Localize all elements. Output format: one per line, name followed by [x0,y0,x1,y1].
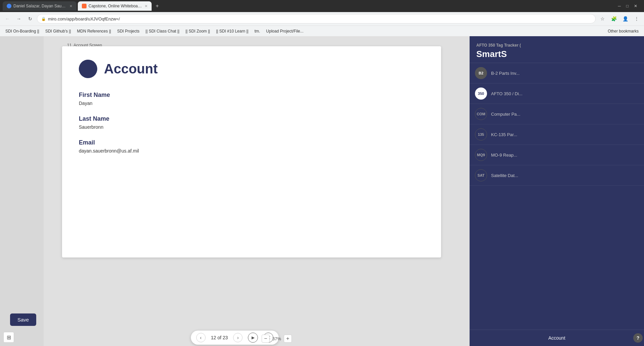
bookmark-label: SDI On-Boarding || [5,29,39,34]
zoom-value: 37% [272,336,281,341]
account-card: Account First Name Dayan Last Name Sauer… [62,46,441,257]
bookmark-label: MDN References || [77,29,111,34]
window-controls: ─ □ ✕ [616,3,641,9]
right-panel-header: AFTO 350 Tag Tracker ( SmartS [470,36,644,63]
email-field: Email dayan.sauerbronn@us.af.mil [79,139,424,154]
last-name-value: Sauerbronn [79,124,424,130]
close-window-button[interactable]: ✕ [633,3,639,9]
panel-item-350-text: AFTO 350 / Di... [491,91,523,96]
profile-button[interactable]: 👤 [621,14,630,23]
bookmark-label: || SDI Zoom || [185,29,210,34]
help-button[interactable]: ? [633,333,643,343]
bookmark-zoom[interactable]: || SDI Zoom || [183,28,213,34]
menu-button[interactable]: ⋮ [632,14,641,23]
panel-items-list: B2 B-2 Parts Inv... 350 AFTO 350 / Di...… [470,63,644,186]
extensions-button[interactable]: 🧩 [609,14,619,23]
save-button[interactable]: Save [10,313,36,326]
address-bar-row: ← → ↻ 🔒 miro.com/app/board/uXJVOqfEnzw=/… [0,12,644,25]
bookmark-sdi-github[interactable]: SDI Github's || [43,28,74,34]
bookmark-class-chat[interactable]: || SDI Class Chat || [143,28,182,34]
zoom-controls: − 37% + [262,335,292,343]
badge-b2: B2 [475,67,487,79]
right-panel-footer: Account [470,330,644,346]
play-button[interactable]: ▶ [248,333,258,343]
canvas-area[interactable]: 11. Account Screen Account First Name Da… [0,36,470,346]
last-name-label: Last Name [79,115,424,122]
bookmark-label: || SDI #10 Learn || [216,29,249,34]
badge-350: 350 [475,88,487,100]
bookmark-label: tm. [255,29,260,34]
panel-item-350[interactable]: 350 AFTO 350 / Di... [470,83,644,104]
new-tab-button[interactable]: + [153,3,161,9]
account-avatar [79,60,97,78]
bookmark-sdi-onboarding[interactable]: SDI On-Boarding || [3,28,42,34]
panel-item-com[interactable]: COM Computer Pa... [470,104,644,124]
last-name-field: Last Name Sauerbronn [79,115,424,130]
next-page-button[interactable]: › [233,333,243,342]
panel-item-sat[interactable]: SAT Satellite Dat... [470,165,644,186]
address-bar[interactable]: 🔒 miro.com/app/board/uXJVOqfEnzw=/ [37,14,596,23]
main-area: 11. Account Screen Account First Name Da… [0,36,644,346]
panel-item-b2-text: B-2 Parts Inv... [491,71,520,76]
email-label: Email [79,139,424,146]
right-panel-footer-label: Account [548,335,566,341]
first-name-field: First Name Dayan [79,92,424,106]
mini-map-button[interactable]: ⊞ [3,332,14,343]
bookmarks-bar: SDI On-Boarding || SDI Github's || MDN R… [0,25,644,36]
account-title: Account [104,61,158,76]
tab-1[interactable]: Daniel Salazar, Dayan Sauerbron... ✕ [3,1,76,11]
browser-chrome: Daniel Salazar, Dayan Sauerbron... ✕ Cap… [0,0,644,36]
refresh-button[interactable]: ↻ [25,14,35,23]
forward-button[interactable]: → [14,14,23,23]
panel-item-135-text: KC-135 Par... [491,132,517,137]
bookmark-mdn[interactable]: MDN References || [74,28,114,34]
zoom-out-button[interactable]: − [262,335,270,343]
zoom-in-button[interactable]: + [284,335,292,343]
tab-2-close[interactable]: ✕ [145,4,148,8]
panel-item-mq9[interactable]: MQ9 MO-9 Reap... [470,145,644,165]
right-panel: AFTO 350 Tag Tracker ( SmartS B2 B-2 Par… [470,36,644,346]
panel-item-135[interactable]: 135 KC-135 Par... [470,124,644,145]
badge-135: 135 [475,128,487,140]
first-name-value: Dayan [79,101,424,106]
bookmark-tm[interactable]: tm. [252,28,263,34]
page-info: 12 of 23 [211,335,228,340]
badge-sat: SAT [475,169,487,181]
prev-page-button[interactable]: ‹ [196,333,206,342]
bookmark-learn[interactable]: || SDI #10 Learn || [213,28,251,34]
bookmark-label: || SDI Class Chat || [146,29,179,34]
bottom-toolbar: ‹ 12 of 23 › ▶ ✕ [0,329,470,346]
other-bookmarks-label: Other bookmarks [608,29,639,34]
panel-item-mq9-text: MO-9 Reap... [491,153,517,158]
bookmark-label: SDI Github's || [45,29,71,34]
bookmark-sdi-projects[interactable]: SDI Projects [114,28,142,34]
bookmark-star[interactable]: ☆ [598,14,607,23]
account-header: Account [79,60,424,78]
badge-mq9: MQ9 [475,149,487,161]
canvas-left-sidebar [0,36,44,346]
bookmark-label: Upload Project/File... [266,29,303,34]
lock-icon: 🔒 [41,17,46,21]
badge-com: COM [475,108,487,120]
address-text: miro.com/app/board/uXJVOqfEnzw=/ [48,16,120,21]
back-button[interactable]: ← [3,14,12,23]
tab-1-close[interactable]: ✕ [69,4,72,8]
tab-bar: Daniel Salazar, Dayan Sauerbron... ✕ Cap… [0,0,644,12]
panel-item-com-text: Computer Pa... [491,112,520,117]
panel-item-sat-text: Satellite Dat... [491,173,518,178]
email-value: dayan.sauerbronn@us.af.mil [79,148,424,154]
bookmark-label: SDI Projects [117,29,140,34]
minimize-button[interactable]: ─ [616,3,622,9]
panel-item-b2[interactable]: B2 B-2 Parts Inv... [470,63,644,83]
bookmark-upload[interactable]: Upload Project/File... [263,28,306,34]
first-name-label: First Name [79,92,424,99]
panel-title: SmartS [476,49,507,59]
other-bookmarks[interactable]: Other bookmarks [605,28,641,34]
panel-subtitle: AFTO 350 Tag Tracker ( [476,43,637,48]
maximize-button[interactable]: □ [625,3,630,9]
tab-2[interactable]: Capstone, Online Whiteboard fo... ✕ [78,1,152,11]
